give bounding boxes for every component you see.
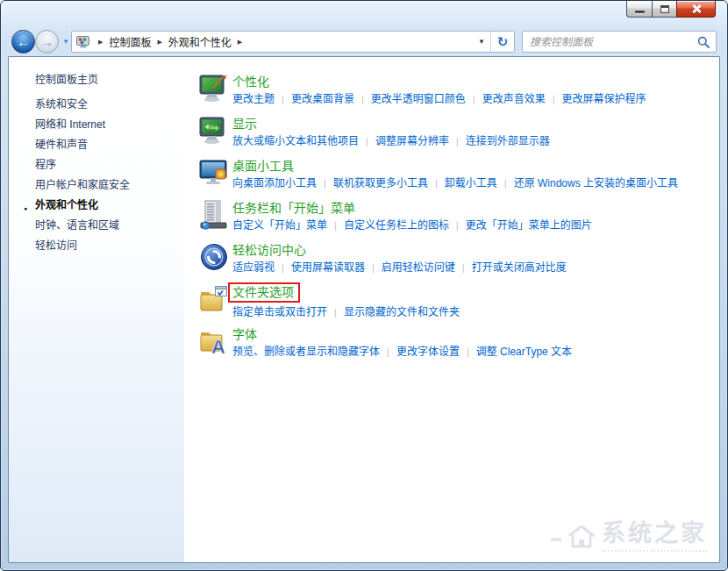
active-bullet-icon: ● xyxy=(24,203,27,214)
link-separator: | xyxy=(467,346,469,357)
breadcrumb-arrow-icon[interactable]: ▶ xyxy=(151,39,168,46)
task-link[interactable]: 更改字体设置 xyxy=(396,346,460,358)
back-arrow-icon: ← xyxy=(17,34,30,49)
recent-pages-dropdown[interactable]: ▼ xyxy=(62,38,69,46)
task-link[interactable]: 调整屏幕分辨率 xyxy=(375,135,449,147)
link-separator: | xyxy=(361,94,364,104)
task-link[interactable]: 更改桌面背景 xyxy=(291,93,354,105)
task-link[interactable]: 更改半透明窗口颜色 xyxy=(371,93,466,105)
search-icon xyxy=(697,36,710,48)
task-link[interactable]: 自定义「开始」菜单 xyxy=(232,219,327,232)
section-taskbar-start-menu: 任务栏和「开始」菜单 自定义「开始」菜单|自定义任务栏上的图标|更改「开始」菜单… xyxy=(199,200,719,242)
task-link[interactable]: 放大或缩小文本和其他项目 xyxy=(232,135,359,147)
search-input[interactable] xyxy=(523,36,697,48)
section-title-box: 文件夹选项 xyxy=(228,282,300,303)
svg-text:A: A xyxy=(211,336,225,356)
section-task-links: 自定义「开始」菜单|自定义任务栏上的图标|更改「开始」菜单上的图片 xyxy=(232,219,719,232)
folder-options-icon xyxy=(199,284,229,314)
back-button[interactable]: ← xyxy=(11,30,35,54)
minimize-icon xyxy=(635,11,645,13)
sidebar-item-系统和安全[interactable]: 系统和安全 xyxy=(35,99,184,111)
task-link[interactable]: 更改主题 xyxy=(232,93,275,105)
sidebar-item-程序[interactable]: 程序 xyxy=(35,160,184,171)
category-list: 个性化 更改主题|更改桌面背景|更改半透明窗口颜色|更改声音效果|更改屏幕保护程… xyxy=(184,57,719,562)
section-fonts: A 字体 预览、删除或者显示和隐藏字体|更改字体设置|调整 ClearType … xyxy=(199,326,719,368)
section-title-fonts[interactable]: 字体 xyxy=(232,327,257,341)
minimize-button[interactable] xyxy=(626,1,653,18)
address-bar[interactable]: ▶控制面板▶外观和个性化▶ ▼ ↻ xyxy=(71,31,515,53)
caption-buttons xyxy=(626,1,716,18)
task-link[interactable]: 预览、删除或者显示和隐藏字体 xyxy=(232,346,380,358)
section-title-folder-options[interactable]: 文件夹选项 xyxy=(232,285,294,299)
desktop-gadgets-icon xyxy=(199,158,229,188)
section-title-display[interactable]: 显示 xyxy=(232,117,257,131)
link-separator: | xyxy=(504,178,507,189)
section-title-taskbar-start-menu[interactable]: 任务栏和「开始」菜单 xyxy=(232,201,355,215)
section-title-ease-of-access[interactable]: 轻松访问中心 xyxy=(232,243,306,257)
link-separator: | xyxy=(334,307,337,318)
breadcrumb-arrow-icon[interactable]: ▶ xyxy=(232,39,248,46)
task-link[interactable]: 调整 ClearType 文本 xyxy=(476,346,572,358)
task-link[interactable]: 向桌面添加小工具 xyxy=(232,177,317,189)
section-task-links: 更改主题|更改桌面背景|更改半透明窗口颜色|更改声音效果|更改屏幕保护程序 xyxy=(232,93,719,106)
task-link[interactable]: 打开或关闭高对比度 xyxy=(472,261,567,274)
link-separator: | xyxy=(456,136,459,146)
link-separator: | xyxy=(435,178,438,189)
refresh-button[interactable]: ↻ xyxy=(490,32,514,52)
titlebar[interactable] xyxy=(1,1,727,27)
task-link[interactable]: 更改「开始」菜单上的图片 xyxy=(466,219,592,232)
sidebar-item-control-panel-home[interactable]: 控制面板主页 xyxy=(35,71,184,86)
breadcrumb-item[interactable]: 外观和个性化 xyxy=(168,34,232,49)
forward-arrow-icon: → xyxy=(40,34,54,49)
section-ease-of-access: 轻松访问中心 适应弱视|使用屏幕读取器|启用轻松访问键|打开或关闭高对比度 xyxy=(199,242,719,284)
sidebar-item-硬件和声音[interactable]: 硬件和声音 xyxy=(35,139,184,151)
section-folder-options: 文件夹选项 指定单击或双击打开|显示隐藏的文件和文件夹 xyxy=(199,284,719,326)
content-area: 控制面板主页 系统和安全 网络和 Internet 硬件和声音 程序 用户帐户和… xyxy=(8,56,720,563)
section-task-links: 预览、删除或者显示和隐藏字体|更改字体设置|调整 ClearType 文本 xyxy=(232,346,719,359)
breadcrumb-arrow-icon[interactable]: ▶ xyxy=(92,39,109,46)
control-panel-icon[interactable] xyxy=(76,36,92,48)
task-link[interactable]: 卸载小工具 xyxy=(445,177,497,189)
link-separator: | xyxy=(387,346,389,357)
section-title-personalization[interactable]: 个性化 xyxy=(232,75,269,89)
section-title-box: 轻松访问中心 xyxy=(232,242,306,258)
task-link[interactable]: 适应弱视 xyxy=(232,261,275,274)
sidebar-item-用户帐户和家庭安全[interactable]: 用户帐户和家庭安全 xyxy=(35,180,184,191)
link-separator: | xyxy=(456,220,459,231)
sidebar-item-网络和 Internet[interactable]: 网络和 Internet xyxy=(35,119,184,131)
task-link[interactable]: 指定单击或双击打开 xyxy=(232,306,327,318)
link-separator: | xyxy=(553,94,555,104)
task-link[interactable]: 启用轻松访问键 xyxy=(382,261,455,274)
task-link[interactable]: 使用屏幕读取器 xyxy=(291,261,365,274)
sidebar: 控制面板主页 系统和安全 网络和 Internet 硬件和声音 程序 用户帐户和… xyxy=(9,57,184,562)
section-title-box: 任务栏和「开始」菜单 xyxy=(232,200,355,216)
task-link[interactable]: 显示隐藏的文件和文件夹 xyxy=(344,306,460,318)
task-link[interactable]: 更改声音效果 xyxy=(482,93,546,105)
forward-button[interactable]: → xyxy=(35,30,59,54)
section-title-box: 显示 xyxy=(232,116,257,132)
display-icon xyxy=(199,116,229,146)
refresh-icon: ↻ xyxy=(497,34,509,50)
link-separator: | xyxy=(282,94,284,104)
task-link[interactable]: 联机获取更多小工具 xyxy=(333,177,428,189)
sidebar-item-外观和个性化[interactable]: ● 外观和个性化 xyxy=(35,200,184,211)
sidebar-category-list: 系统和安全 网络和 Internet 硬件和声音 程序 用户帐户和家庭安全 ● … xyxy=(9,99,184,252)
task-link[interactable]: 自定义任务栏上的图标 xyxy=(344,219,449,232)
address-dropdown-icon[interactable]: ▼ xyxy=(473,38,490,46)
ease-of-access-center-icon xyxy=(199,242,229,272)
task-link[interactable]: 还原 Windows 上安装的桌面小工具 xyxy=(514,177,678,189)
close-button[interactable] xyxy=(676,1,716,18)
section-personalization: 个性化 更改主题|更改桌面背景|更改半透明窗口颜色|更改声音效果|更改屏幕保护程… xyxy=(199,74,719,116)
personalization-icon xyxy=(199,74,229,103)
task-link[interactable]: 更改屏幕保护程序 xyxy=(562,93,646,105)
sidebar-item-时钟、语言和区域[interactable]: 时钟、语言和区域 xyxy=(35,220,184,232)
taskbar-start-menu-icon xyxy=(199,200,229,230)
navigation-toolbar: ← → ▼ ▶控制面板▶外观和个性化▶ ▼ ↻ xyxy=(8,27,720,56)
section-desktop-gadgets: 桌面小工具 向桌面添加小工具|联机获取更多小工具|卸载小工具|还原 Window… xyxy=(199,158,719,200)
section-title-box: 字体 xyxy=(232,326,257,342)
sidebar-item-轻松访问[interactable]: 轻松访问 xyxy=(35,240,184,252)
section-title-desktop-gadgets[interactable]: 桌面小工具 xyxy=(232,159,294,173)
breadcrumb-item[interactable]: 控制面板 xyxy=(109,34,151,49)
task-link[interactable]: 连接到外部显示器 xyxy=(466,135,550,147)
maximize-button[interactable] xyxy=(652,1,677,18)
